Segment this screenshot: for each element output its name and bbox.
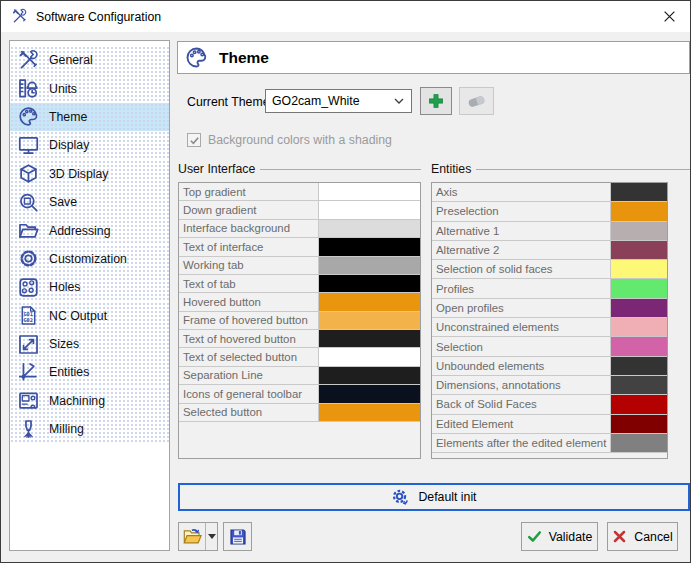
color-row: Unbounded elements xyxy=(432,357,667,376)
color-row-label: Selected button xyxy=(179,404,319,421)
color-swatch[interactable] xyxy=(611,222,667,240)
title-bar[interactable]: Software Configuration xyxy=(1,1,690,32)
add-theme-button[interactable] xyxy=(420,87,452,115)
color-row-label: Text of selected button xyxy=(179,348,319,365)
sidebar-item-label: Display xyxy=(49,138,89,152)
sidebar-item-entities[interactable]: Entities xyxy=(10,358,169,386)
open-theme-dropdown[interactable] xyxy=(205,523,217,550)
color-row: Down gradient xyxy=(179,201,420,219)
svg-text:G02: G02 xyxy=(23,317,33,323)
sidebar-item-label: Milling xyxy=(49,422,84,436)
color-row-label: Down gradient xyxy=(179,201,319,218)
color-swatch[interactable] xyxy=(319,348,420,365)
checkmark-icon xyxy=(189,135,200,146)
color-swatch[interactable] xyxy=(319,385,420,402)
palette-icon xyxy=(17,105,40,128)
color-swatch[interactable] xyxy=(611,415,667,433)
color-swatch[interactable] xyxy=(319,275,420,292)
check-icon xyxy=(527,529,542,544)
dropdown-arrow-icon xyxy=(208,534,216,539)
open-theme-button[interactable] xyxy=(179,523,205,550)
color-swatch[interactable] xyxy=(319,183,420,200)
color-swatch[interactable] xyxy=(319,201,420,218)
close-button[interactable] xyxy=(648,1,690,31)
color-swatch[interactable] xyxy=(319,312,420,329)
color-swatch[interactable] xyxy=(611,260,667,278)
sidebar-item-theme[interactable]: Theme xyxy=(10,103,169,131)
color-row: Text of hovered button xyxy=(179,330,420,348)
color-row-label: Selection of solid faces xyxy=(432,260,611,278)
color-swatch[interactable] xyxy=(319,330,420,347)
color-swatch[interactable] xyxy=(611,395,667,413)
plus-icon xyxy=(427,92,445,110)
sidebar-item-holes[interactable]: Holes xyxy=(10,273,169,301)
color-row-label: Separation Line xyxy=(179,367,319,384)
color-row: Alternative 2 xyxy=(432,241,667,260)
sidebar-item-label: NC Output xyxy=(49,309,107,323)
color-swatch[interactable] xyxy=(319,257,420,274)
color-swatch[interactable] xyxy=(611,279,667,297)
save-search-icon xyxy=(17,191,40,214)
cancel-button[interactable]: Cancel xyxy=(607,522,678,551)
sidebar-item-general[interactable]: General xyxy=(10,46,169,74)
sizes-icon xyxy=(17,333,40,356)
color-swatch[interactable] xyxy=(611,202,667,220)
folder-icon xyxy=(17,219,40,242)
current-theme-label: Current Theme xyxy=(187,95,269,109)
color-swatch[interactable] xyxy=(319,220,420,237)
sidebar-item-sizes[interactable]: Sizes xyxy=(10,330,169,358)
sidebar-item-nc-output[interactable]: G01G02NC Output xyxy=(10,302,169,330)
sidebar-item-save[interactable]: Save xyxy=(10,188,169,216)
delete-theme-button[interactable] xyxy=(459,87,494,115)
color-swatch[interactable] xyxy=(611,357,667,375)
color-swatch[interactable] xyxy=(611,434,667,452)
default-init-button[interactable]: Default init xyxy=(178,483,690,511)
shading-checkbox-row: Background colors with a shading xyxy=(187,133,392,147)
color-row-label: Unbounded elements xyxy=(432,357,611,375)
color-row: Selected button xyxy=(179,404,420,422)
color-row-label: Working tab xyxy=(179,257,319,274)
sidebar-item-machining[interactable]: Machining xyxy=(10,387,169,415)
sidebar-item-3d-display[interactable]: 3D Display xyxy=(10,160,169,188)
color-swatch[interactable] xyxy=(611,337,667,355)
save-theme-button[interactable] xyxy=(223,522,252,551)
shading-checkbox[interactable] xyxy=(187,133,201,147)
color-row-label: Back of Solid Faces xyxy=(432,395,611,413)
color-swatch[interactable] xyxy=(611,299,667,317)
color-swatch[interactable] xyxy=(319,404,420,421)
color-row: Top gradient xyxy=(179,183,420,201)
entities-icon xyxy=(17,361,40,384)
sidebar: GeneralUnitsThemeDisplay3D DisplaySaveAd… xyxy=(9,40,170,551)
color-row-label: Unconstrained elements xyxy=(432,318,611,336)
color-row: Interface background xyxy=(179,220,420,238)
sidebar-item-label: Customization xyxy=(49,252,127,266)
eraser-icon xyxy=(466,91,487,112)
color-swatch[interactable] xyxy=(611,241,667,259)
window-tools-icon xyxy=(11,8,28,25)
validate-button[interactable]: Validate xyxy=(521,522,598,551)
sidebar-item-display[interactable]: Display xyxy=(10,131,169,159)
open-theme-split-button[interactable] xyxy=(178,522,218,551)
color-swatch[interactable] xyxy=(611,318,667,336)
chevron-down-icon xyxy=(394,98,404,104)
cube-icon xyxy=(17,162,40,185)
color-swatch[interactable] xyxy=(319,367,420,384)
color-row: Frame of hovered button xyxy=(179,312,420,330)
color-row-label: Selection xyxy=(432,337,611,355)
sidebar-item-label: Addressing xyxy=(49,224,111,238)
current-theme-select[interactable]: GO2cam_White xyxy=(265,89,412,113)
sidebar-item-milling[interactable]: Milling xyxy=(10,415,169,443)
sidebar-item-customization[interactable]: Customization xyxy=(10,245,169,273)
sidebar-item-label: Theme xyxy=(49,110,87,124)
color-swatch[interactable] xyxy=(611,183,667,201)
sidebar-item-units[interactable]: Units xyxy=(10,74,169,102)
palette-icon xyxy=(184,45,209,70)
default-init-label: Default init xyxy=(418,490,476,504)
sidebar-item-addressing[interactable]: Addressing xyxy=(10,216,169,244)
color-row-label: Preselection xyxy=(432,202,611,220)
color-row: Elements after the edited element xyxy=(432,434,667,453)
color-swatch[interactable] xyxy=(319,293,420,310)
color-swatch[interactable] xyxy=(611,376,667,394)
color-swatch[interactable] xyxy=(319,238,420,255)
group-title-text: User Interface xyxy=(178,162,255,176)
